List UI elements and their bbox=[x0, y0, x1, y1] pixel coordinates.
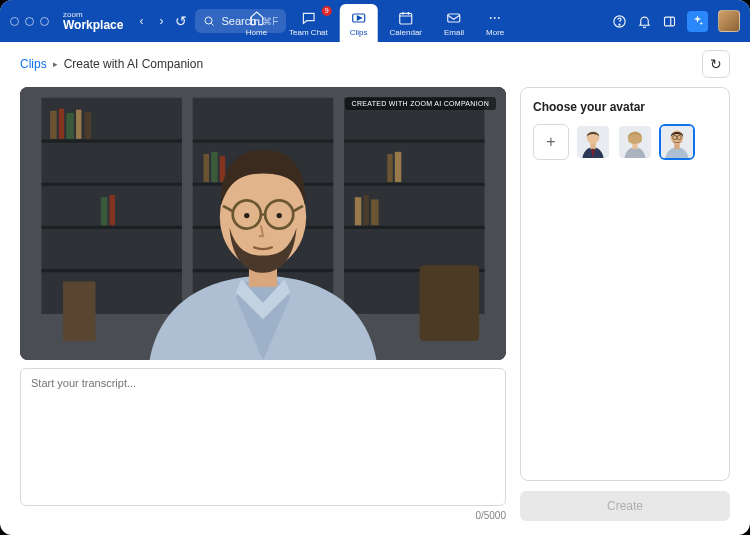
nav-forward-button[interactable]: › bbox=[155, 12, 167, 30]
avatar-grid: + bbox=[533, 124, 717, 160]
maximize-dot[interactable] bbox=[40, 17, 49, 26]
svg-point-0 bbox=[205, 17, 212, 24]
primary-nav: Home 9 Team Chat Clips Calendar Email bbox=[236, 0, 515, 42]
more-icon bbox=[487, 10, 503, 26]
avatar-panel-title: Choose your avatar bbox=[533, 100, 717, 114]
close-dot[interactable] bbox=[10, 17, 19, 26]
transcript-input[interactable] bbox=[20, 368, 506, 506]
svg-rect-37 bbox=[204, 154, 209, 182]
history-icon[interactable]: ↺ bbox=[175, 13, 187, 29]
tab-clips[interactable]: Clips bbox=[340, 4, 378, 42]
top-navbar: zoom Workplace ‹ › ↺ Search ⌘F Home 9 Te… bbox=[0, 0, 750, 42]
svg-rect-33 bbox=[59, 109, 64, 139]
svg-rect-40 bbox=[355, 197, 361, 225]
avatar-option-3[interactable] bbox=[659, 124, 695, 160]
avatar-panel: Choose your avatar + bbox=[520, 87, 730, 481]
tab-email-label: Email bbox=[444, 28, 464, 37]
add-avatar-button[interactable]: + bbox=[533, 124, 569, 160]
create-button[interactable]: Create bbox=[520, 491, 730, 521]
preview-illustration bbox=[20, 87, 506, 360]
left-column: CREATED WITH ZOOM AI COMPANION 0/5000 bbox=[20, 87, 506, 521]
profile-avatar[interactable] bbox=[718, 10, 740, 32]
svg-point-13 bbox=[619, 24, 620, 25]
breadcrumb-bar: Clips ▸ Create with AI Companion ↻ bbox=[0, 42, 750, 87]
svg-rect-48 bbox=[63, 281, 95, 340]
tab-home[interactable]: Home bbox=[236, 4, 277, 42]
brand-sub: zoom bbox=[63, 11, 123, 19]
svg-rect-35 bbox=[76, 110, 81, 139]
tab-teamchat[interactable]: 9 Team Chat bbox=[279, 4, 338, 42]
breadcrumb-current: Create with AI Companion bbox=[64, 57, 203, 71]
svg-rect-46 bbox=[395, 152, 401, 182]
tab-clips-label: Clips bbox=[350, 28, 368, 37]
right-column: Choose your avatar + Create bbox=[520, 87, 730, 521]
chevron-right-icon: ▸ bbox=[53, 59, 58, 69]
svg-point-10 bbox=[494, 17, 496, 19]
tab-more-label: More bbox=[486, 28, 504, 37]
svg-rect-36 bbox=[85, 112, 91, 139]
help-icon[interactable] bbox=[612, 14, 627, 29]
refresh-button[interactable]: ↻ bbox=[702, 50, 730, 78]
svg-rect-4 bbox=[400, 13, 412, 24]
tab-teamchat-label: Team Chat bbox=[289, 28, 328, 37]
transcript-counter: 0/5000 bbox=[20, 510, 506, 521]
preview-watermark: CREATED WITH ZOOM AI COMPANION bbox=[345, 97, 496, 110]
svg-point-57 bbox=[277, 213, 282, 218]
chat-icon bbox=[300, 10, 316, 26]
svg-rect-45 bbox=[387, 154, 392, 182]
nav-back-button[interactable]: ‹ bbox=[135, 12, 147, 30]
app-window: zoom Workplace ‹ › ↺ Search ⌘F Home 9 Te… bbox=[0, 0, 750, 535]
svg-rect-8 bbox=[448, 14, 460, 22]
window-controls[interactable] bbox=[10, 17, 49, 26]
brand-logo: zoom Workplace bbox=[63, 11, 123, 31]
tab-home-label: Home bbox=[246, 28, 267, 37]
tab-email[interactable]: Email bbox=[434, 4, 474, 42]
search-icon bbox=[203, 15, 215, 27]
calendar-icon bbox=[398, 10, 414, 26]
home-icon bbox=[248, 10, 264, 26]
video-preview: CREATED WITH ZOOM AI COMPANION bbox=[20, 87, 506, 360]
main-content: CREATED WITH ZOOM AI COMPANION 0/5000 Ch… bbox=[0, 87, 750, 535]
breadcrumb-root[interactable]: Clips bbox=[20, 57, 47, 71]
teamchat-badge: 9 bbox=[322, 6, 332, 16]
minimize-dot[interactable] bbox=[25, 17, 34, 26]
brand-main: Workplace bbox=[63, 19, 123, 31]
panel-icon[interactable] bbox=[662, 14, 677, 29]
bell-icon[interactable] bbox=[637, 14, 652, 29]
svg-rect-14 bbox=[665, 17, 675, 26]
svg-rect-34 bbox=[66, 113, 74, 139]
svg-rect-41 bbox=[363, 195, 368, 225]
svg-rect-47 bbox=[420, 265, 479, 341]
ai-companion-icon[interactable] bbox=[687, 11, 708, 32]
email-icon bbox=[446, 10, 462, 26]
svg-line-1 bbox=[212, 23, 214, 25]
tab-calendar-label: Calendar bbox=[390, 28, 422, 37]
svg-point-11 bbox=[498, 17, 500, 19]
svg-rect-38 bbox=[211, 152, 217, 182]
tab-more[interactable]: More bbox=[476, 4, 514, 42]
clips-icon bbox=[351, 10, 367, 26]
avatar-option-1[interactable] bbox=[575, 124, 611, 160]
svg-rect-43 bbox=[101, 197, 107, 225]
avatar-option-2[interactable] bbox=[617, 124, 653, 160]
svg-marker-3 bbox=[357, 16, 361, 20]
svg-point-56 bbox=[244, 213, 249, 218]
svg-rect-44 bbox=[110, 195, 115, 225]
tab-calendar[interactable]: Calendar bbox=[380, 4, 432, 42]
svg-point-9 bbox=[490, 17, 492, 19]
svg-rect-32 bbox=[50, 111, 56, 139]
topbar-right-icons bbox=[612, 10, 740, 32]
svg-rect-42 bbox=[371, 199, 379, 225]
